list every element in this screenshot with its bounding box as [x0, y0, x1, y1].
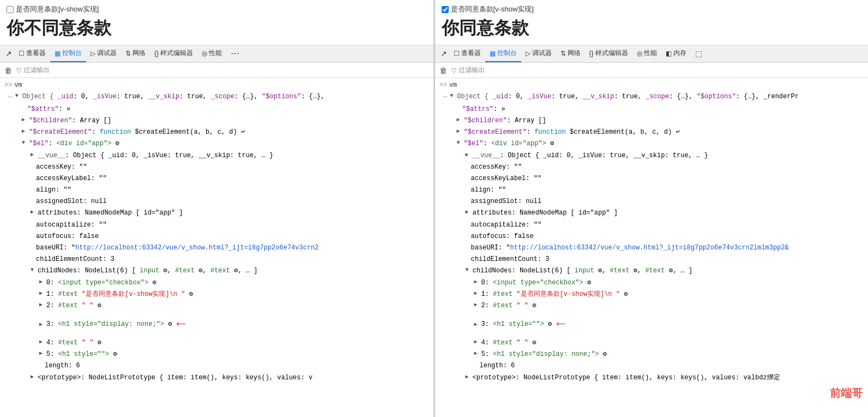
right-checkbox[interactable] [442, 6, 449, 13]
tree-row: "$children": Array [] [4, 115, 429, 127]
toggle-icon[interactable] [22, 116, 27, 124]
toggle-icon[interactable] [466, 373, 471, 382]
tree-row: 3: <h1 style=""> ⚙ ← [439, 312, 864, 337]
right-obj-tree: ← Object { _uid: 0, _isVue: true, __v_sk… [435, 90, 869, 385]
tree-row: accessKeyLabel: "" [439, 173, 864, 184]
right-console-body[interactable]: >> vm ← Object { _uid: 0, _isVue: true, … [435, 78, 869, 417]
main-container: 是否同意条款[v-show实现] 你不同意条款 ↗ ☐ 查看器 ▦ 控制台 ▷ … [0, 0, 868, 417]
right-network-btn[interactable]: ⇅ 网络 [556, 45, 585, 62]
tree-row: assignedSlot: null [4, 196, 429, 207]
right-perf-btn[interactable]: ◎ 性能 [632, 45, 661, 62]
right-inspect-icon: ↗ [441, 49, 447, 58]
left-baseuri-link[interactable]: http://localhost:63342/vue/v_show.html?_… [75, 244, 318, 252]
toggle-icon[interactable] [39, 320, 45, 329]
toggle-icon[interactable] [39, 289, 45, 298]
toggle-icon[interactable] [39, 349, 45, 358]
tree-row: accessKey: "" [4, 162, 429, 173]
left-viewer-icon: ☐ [19, 50, 25, 57]
tree-row: 2: #text " " ⚙ [439, 300, 864, 312]
left-checkbox[interactable] [7, 6, 14, 13]
tree-row: "$createElement": function $createElemen… [4, 127, 429, 138]
right-memory-icon: ◧ [666, 50, 672, 57]
right-app-area: 是否同意条款[v-show实现] 你同意条款 [435, 0, 869, 45]
toggle-icon[interactable] [39, 338, 45, 347]
toggle-icon[interactable] [474, 278, 480, 287]
left-network-label: 网络 [132, 49, 146, 58]
toggle-icon[interactable] [450, 92, 455, 100]
tree-row: 2: #text " " ⚙ [4, 300, 429, 312]
tree-row: childElementCount: 3 [439, 254, 864, 265]
toggle-icon[interactable] [466, 266, 471, 275]
left-perf-btn[interactable]: ◎ 性能 [197, 45, 226, 62]
toggle-icon[interactable] [31, 208, 36, 217]
toggle-icon[interactable] [31, 373, 36, 382]
tree-row: autocapitalize: "" [439, 219, 864, 231]
toggle-icon[interactable] [466, 208, 471, 217]
toggle-icon[interactable] [31, 151, 36, 159]
tree-row: length: 6 [4, 360, 429, 372]
left-console-body[interactable]: >> vm ← Object { _uid: 0, _isVue: true, … [0, 78, 433, 417]
right-viewer-icon: ☐ [454, 50, 460, 57]
right-clear-btn[interactable]: 🗑 [439, 66, 447, 75]
toggle-icon[interactable] [39, 301, 45, 309]
left-style-btn[interactable]: {} 样式编辑器 [150, 45, 197, 62]
toggle-icon[interactable] [457, 127, 462, 136]
right-baseuri-link[interactable]: http://localhost:63342/vue/v_show.html?_… [510, 244, 789, 252]
left-debugger-icon: ▷ [91, 50, 95, 57]
tree-row: ← Object { _uid: 0, _isVue: true, __v_sk… [4, 91, 429, 104]
toggle-icon[interactable] [466, 151, 471, 159]
left-console-btn[interactable]: ▦ 控制台 [50, 45, 86, 62]
left-network-btn[interactable]: ⇅ 网络 [121, 45, 150, 62]
toggle-icon[interactable] [39, 278, 45, 287]
tree-row: accessKey: "" [439, 162, 864, 173]
left-clear-btn[interactable]: 🗑 [4, 66, 12, 75]
right-panel: 是否同意条款[v-show实现] 你同意条款 ↗ ☐ 查看器 ▦ 控制台 ▷ 调… [435, 0, 869, 417]
right-network-icon: ⇅ [560, 50, 566, 57]
left-more-btn[interactable]: ⋯ [226, 45, 244, 62]
left-style-icon: {} [154, 50, 159, 57]
left-debugger-btn[interactable]: ▷ 调试器 [86, 45, 121, 62]
toggle-icon[interactable] [474, 320, 480, 329]
left-inspect-btn[interactable]: ↗ [3, 45, 14, 62]
toggle-icon[interactable] [31, 266, 36, 275]
tree-row: 5: <h1 style=""> ⚙ [4, 349, 429, 360]
left-viewer-btn[interactable]: ☐ 查看器 [14, 45, 50, 62]
toggle-icon[interactable] [22, 139, 27, 147]
right-vm-label: vm [449, 81, 457, 89]
toggle-icon[interactable] [457, 139, 462, 147]
right-console-label: 控制台 [497, 49, 517, 58]
right-inspect-btn[interactable]: ↗ [438, 45, 449, 62]
right-red-arrow: ← [556, 312, 565, 337]
toggle-icon[interactable] [22, 127, 27, 136]
right-console-btn[interactable]: ▦ 控制台 [485, 45, 521, 62]
toggle-icon[interactable] [474, 349, 480, 358]
right-filter-area: ▽ 过滤输出 [451, 65, 485, 75]
tree-row: "$attrs": » [4, 104, 429, 115]
left-app-title: 你不同意条款 [7, 16, 427, 40]
left-vm-label: vm [14, 81, 22, 89]
tree-row: accessKeyLabel: "" [4, 173, 429, 184]
right-more-btn[interactable]: ⬚ [691, 45, 707, 62]
toggle-icon[interactable] [15, 92, 21, 100]
left-checkbox-label[interactable]: 是否同意条款[v-show实现] [7, 4, 427, 14]
right-debugger-btn[interactable]: ▷ 调试器 [521, 45, 556, 62]
tree-row: baseURI: "http://localhost:63342/vue/v_s… [439, 242, 864, 254]
toggle-icon[interactable] [474, 289, 480, 298]
right-style-label: 样式编辑器 [595, 49, 628, 58]
tree-row: childNodes: NodeList(6) [ input ⚙, #text… [439, 265, 864, 277]
right-style-icon: {} [589, 50, 594, 57]
right-perf-icon: ◎ [637, 50, 642, 57]
left-console-label: 控制台 [62, 49, 82, 58]
toggle-icon[interactable] [457, 116, 462, 124]
right-devtools-toolbar: ↗ ☐ 查看器 ▦ 控制台 ▷ 调试器 ⇅ 网络 {} 样式编辑器 [435, 45, 869, 63]
tree-row: <prototype>: NodeListPrototype { item: i… [439, 372, 864, 384]
toggle-icon[interactable] [474, 301, 480, 309]
right-viewer-btn[interactable]: ☐ 查看器 [449, 45, 485, 62]
right-vm-arrows: >> [439, 81, 447, 89]
right-memory-btn[interactable]: ◧ 内存 [661, 45, 691, 62]
right-network-label: 网络 [568, 49, 581, 58]
toggle-icon[interactable] [474, 338, 480, 347]
right-style-btn[interactable]: {} 样式编辑器 [585, 45, 632, 62]
right-checkbox-label[interactable]: 是否同意条款[v-show实现] [442, 4, 862, 14]
left-perf-label: 性能 [209, 49, 222, 58]
